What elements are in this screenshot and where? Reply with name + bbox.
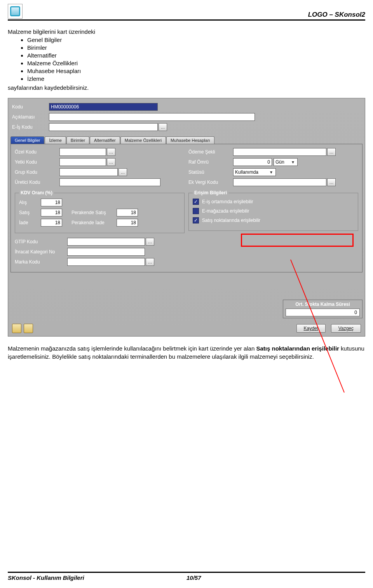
label-yetki-kodu: Yetki Kodu bbox=[15, 159, 59, 165]
input-yetki-kodu[interactable] bbox=[59, 158, 106, 166]
chevron-down-icon: ▾ bbox=[268, 169, 274, 175]
footer-page-number: 10/57 bbox=[186, 574, 365, 581]
ellipsis-button[interactable]: … bbox=[146, 258, 154, 266]
intro-bullets: Genel Bilgiler Birimler Alternatifler Ma… bbox=[27, 37, 365, 82]
toolbar-icon[interactable] bbox=[24, 324, 33, 333]
label-raf: Raf Ömrü bbox=[188, 159, 233, 165]
list-item: Muhasebe Hesapları bbox=[27, 68, 365, 74]
ellipsis-button[interactable]: … bbox=[327, 148, 336, 156]
list-item: Malzeme Özellikleri bbox=[27, 60, 365, 66]
tab-malzeme-ozellikleri[interactable]: Malzeme Özellikleri bbox=[120, 136, 166, 144]
select-status[interactable]: Kullanımda ▾ bbox=[233, 168, 276, 176]
para-bold: Satış noktalarından erişilebilir bbox=[256, 345, 339, 352]
select-raf-unit[interactable]: Gün ▾ bbox=[274, 158, 298, 166]
ort-stok-box: Ort. Stokta Kalma Süresi 0 bbox=[283, 300, 363, 318]
checkbox-emagaza[interactable] bbox=[193, 208, 199, 214]
label-iade: İade bbox=[19, 220, 38, 225]
label-ozel-kodu: Özel Kodu bbox=[15, 149, 59, 155]
ort-title: Ort. Stokta Kalma Süresi bbox=[286, 302, 360, 307]
input-ozel-kodu[interactable] bbox=[59, 148, 106, 156]
para-text: Malzemenin mağazanızda satış işlemlerind… bbox=[8, 345, 256, 352]
tab-muhasebe[interactable]: Muhasebe Hesapları bbox=[166, 136, 214, 144]
erisim-legend: Erişim Bilgileri bbox=[193, 190, 228, 195]
label-per-satis: Perakende Satış bbox=[71, 210, 114, 215]
ellipsis-button[interactable]: … bbox=[146, 238, 154, 246]
label-marka: Marka Kodu bbox=[15, 259, 67, 265]
toolbar-icon[interactable] bbox=[12, 324, 21, 333]
input-per-iade[interactable]: 18 bbox=[117, 219, 138, 227]
input-per-satis[interactable]: 18 bbox=[117, 209, 138, 216]
input-odeme[interactable] bbox=[233, 148, 326, 156]
kdv-group: KDV Oranı (%) Alış 18 Satış 18 Perakende… bbox=[15, 190, 185, 233]
annotation-highlight bbox=[241, 234, 354, 247]
label-eis: E-İş Kodu bbox=[12, 124, 49, 130]
tab-birimler[interactable]: Birimler bbox=[66, 136, 89, 144]
kdv-legend: KDV Oranı (%) bbox=[19, 190, 54, 195]
app-window: Kodu HM00000006 Açıklaması E-İş Kodu … G… bbox=[8, 98, 365, 337]
cancel-button[interactable]: Vazgeç bbox=[331, 324, 361, 333]
page-header: LOGO – SKonsol2 bbox=[8, 4, 365, 21]
ellipsis-button[interactable]: … bbox=[107, 148, 115, 156]
input-marka[interactable] bbox=[67, 258, 145, 266]
label-ekvergi: Ek Vergi Kodu bbox=[188, 180, 233, 185]
label-kodu: Kodu bbox=[12, 104, 49, 110]
input-gtip[interactable] bbox=[67, 238, 145, 246]
tab-panel: Özel Kodu … Yetki Kodu … Grup Kodu … Üre… bbox=[10, 144, 363, 272]
input-eis[interactable] bbox=[49, 123, 158, 131]
label-satis: Satış bbox=[19, 210, 38, 215]
list-item: Birimler bbox=[27, 44, 365, 51]
tab-izleme[interactable]: İzleme bbox=[45, 136, 66, 144]
input-alis[interactable]: 18 bbox=[41, 199, 62, 206]
checkbox-label: E-mağazada erişilebilir bbox=[202, 208, 249, 214]
logo-icon bbox=[8, 4, 23, 19]
ellipsis-button[interactable]: … bbox=[119, 168, 127, 176]
chevron-down-icon: ▾ bbox=[290, 159, 296, 165]
intro-lead: Malzeme bilgilerini kart üzerindeki bbox=[8, 28, 365, 35]
input-grup-kodu[interactable] bbox=[59, 168, 118, 176]
label-ihracat: İhracat Kategori No bbox=[15, 249, 67, 255]
label-alis: Alış bbox=[19, 200, 38, 205]
input-ekvergi[interactable] bbox=[233, 178, 326, 186]
checkbox-satis-noktasi[interactable]: ✓ bbox=[193, 217, 199, 223]
list-item: Alternatifler bbox=[27, 52, 365, 59]
checkbox-label: E-iş ortamında erişilebilir bbox=[202, 199, 253, 204]
ellipsis-button[interactable]: … bbox=[159, 123, 167, 131]
list-item: İzleme bbox=[27, 75, 365, 82]
input-uretici-kodu[interactable] bbox=[59, 178, 160, 186]
label-gtip: GTİP Kodu bbox=[15, 239, 67, 244]
ort-value[interactable]: 0 bbox=[286, 309, 360, 316]
footer-left: SKonsol - Kullanım Bilgileri bbox=[8, 574, 186, 581]
input-aciklamasi[interactable] bbox=[49, 113, 255, 121]
status-value: Kullanımda bbox=[235, 169, 258, 175]
input-ihracat[interactable] bbox=[67, 248, 145, 256]
intro-tail: sayfalarından kaydedebilirsiniz. bbox=[8, 84, 365, 91]
label-uretici-kodu: Üretici Kodu bbox=[15, 180, 59, 185]
checkbox-label: Satış noktalarında erişilebilir bbox=[202, 218, 260, 223]
checkbox-eis[interactable]: ✓ bbox=[193, 199, 199, 205]
ellipsis-button[interactable]: … bbox=[107, 158, 115, 166]
save-button[interactable]: Kaydet bbox=[296, 324, 326, 333]
label-aciklamasi: Açıklaması bbox=[12, 114, 49, 120]
header-title: LOGO – SKonsol2 bbox=[308, 11, 365, 19]
tab-alternatifler[interactable]: Alternatifler bbox=[90, 136, 120, 144]
input-iade[interactable]: 18 bbox=[41, 219, 62, 227]
erisim-group: Erişim Bilgileri ✓ E-iş ortamında erişil… bbox=[188, 190, 358, 231]
label-status: Statüsü bbox=[188, 169, 233, 175]
tab-bar: Genel Bilgiler İzleme Birimler Alternati… bbox=[10, 136, 363, 144]
input-raf[interactable]: 0 bbox=[233, 158, 272, 166]
list-item: Genel Bilgiler bbox=[27, 37, 365, 43]
label-odeme: Ödeme Şekli bbox=[188, 149, 233, 155]
app-footer: Kaydet Vazgeç bbox=[10, 321, 363, 334]
raf-unit-value: Gün bbox=[275, 159, 284, 165]
ellipsis-button[interactable]: … bbox=[327, 178, 336, 186]
body-paragraph: Malzemenin mağazanızda satış işlemlerind… bbox=[8, 344, 365, 361]
input-satis[interactable]: 18 bbox=[41, 209, 62, 216]
label-grup-kodu: Grup Kodu bbox=[15, 169, 59, 175]
tab-genel[interactable]: Genel Bilgiler bbox=[10, 136, 44, 144]
page-footer: SKonsol - Kullanım Bilgileri 10/57 bbox=[8, 572, 365, 581]
input-kodu[interactable]: HM00000006 bbox=[49, 103, 158, 111]
label-per-iade: Perakende İade bbox=[71, 220, 114, 225]
